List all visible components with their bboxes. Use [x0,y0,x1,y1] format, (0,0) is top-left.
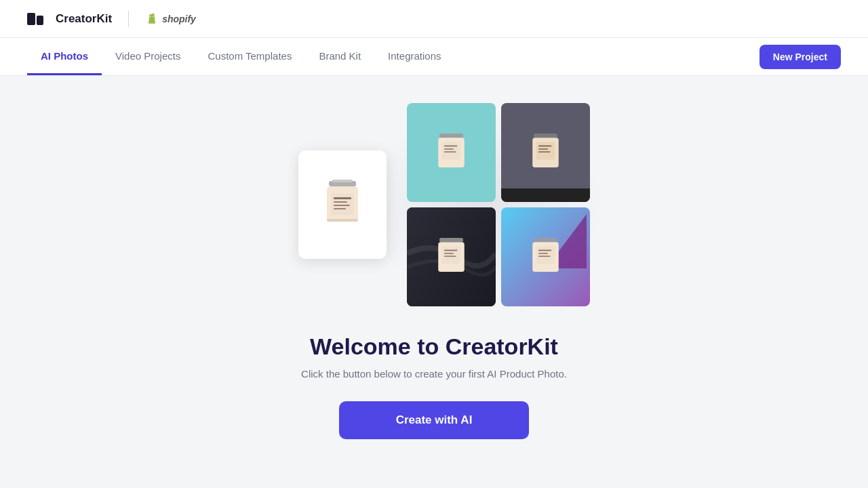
svg-rect-36 [538,253,548,254]
svg-rect-9 [334,201,347,203]
svg-rect-1 [37,16,43,25]
tab-brand-kit[interactable]: Brand Kit [305,38,374,75]
svg-rect-15 [442,142,461,159]
svg-rect-17 [444,148,454,150]
generated-grid [407,103,590,306]
svg-rect-7 [331,193,354,215]
create-with-ai-button[interactable]: Create with AI [339,401,529,439]
welcome-subtitle: Click the button below to create your fi… [301,368,567,380]
welcome-title: Welcome to CreatorKit [310,333,558,360]
svg-rect-18 [444,151,456,152]
svg-rect-32 [534,238,557,242]
svg-rect-2 [150,16,151,16]
svg-rect-29 [444,253,454,254]
logo-divider [128,11,129,27]
svg-rect-5 [332,180,353,182]
svg-rect-16 [444,146,457,147]
svg-rect-12 [327,219,358,222]
svg-rect-10 [334,205,350,206]
original-product-image [319,174,366,235]
tab-integrations[interactable]: Integrations [374,38,454,75]
svg-rect-13 [439,134,463,138]
main-content: Welcome to CreatorKit Click the button b… [0,76,868,480]
svg-rect-3 [153,16,154,16]
svg-rect-23 [538,148,548,150]
logo-text: CreatorKit [56,12,112,26]
tab-ai-photos[interactable]: AI Photos [27,38,102,75]
logo-area: CreatorKit shopify [27,11,196,27]
generated-image-3 [407,207,496,306]
original-product-card [298,150,387,259]
generated-image-4 [501,207,590,306]
svg-rect-11 [334,208,346,209]
generated-image-2 [501,103,590,202]
svg-rect-25 [439,238,463,242]
svg-rect-30 [444,256,456,257]
tab-custom-templates[interactable]: Custom Templates [194,38,305,75]
nav-tabs: AI Photos Video Projects Custom Template… [27,38,455,75]
svg-rect-28 [444,250,457,251]
svg-rect-35 [538,250,551,251]
svg-rect-21 [536,142,555,159]
shopify-icon [145,12,159,26]
shopify-logo: shopify [145,12,196,26]
tab-video-projects[interactable]: Video Projects [102,38,194,75]
svg-rect-19 [534,134,557,138]
svg-rect-34 [536,246,555,264]
svg-rect-0 [27,13,35,25]
product-showcase [278,103,590,306]
nav-bar: AI Photos Video Projects Custom Template… [0,38,868,76]
svg-rect-8 [334,197,351,199]
svg-rect-27 [442,246,461,264]
svg-rect-37 [538,256,551,257]
svg-rect-22 [538,146,551,147]
shopify-text: shopify [162,14,196,24]
header: CreatorKit shopify [0,0,868,38]
generated-image-1 [407,103,496,202]
svg-rect-24 [538,151,551,152]
new-project-button[interactable]: New Project [760,45,841,69]
creatorkit-logo-icon [27,12,47,26]
